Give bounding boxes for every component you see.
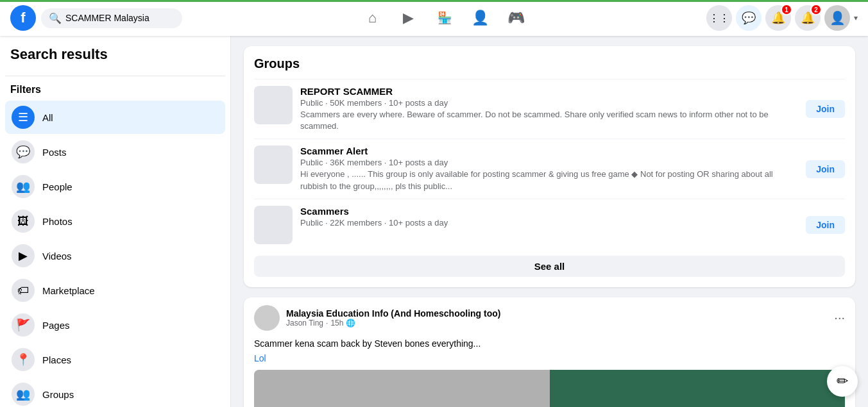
group-desc-2: Hi everyone , ...... This group is only … — [300, 169, 798, 192]
group-info-1: REPORT SCAMMER Public · 50K members · 10… — [300, 86, 798, 132]
post-image-left — [254, 370, 550, 407]
sidebar-item-people-label: People — [42, 181, 72, 192]
alerts-button[interactable]: 🔔 2 — [795, 5, 821, 31]
group-item-3: Scammers Public · 22K members · 10+ post… — [254, 199, 845, 251]
post-lol: Lol — [254, 353, 845, 363]
group-meta-2: Public · 36K members · 10+ posts a day — [300, 158, 798, 167]
filters-label: Filters — [5, 81, 225, 101]
sidebar-item-groups-label: Groups — [42, 389, 74, 400]
sidebar-item-all-label: All — [42, 112, 53, 123]
photos-icon: 🖼 — [12, 210, 35, 233]
group-item-2: Scammer Alert Public · 36K members · 10+… — [254, 138, 845, 198]
sidebar-item-places[interactable]: 📍 Places — [5, 343, 225, 376]
group-info-2: Scammer Alert Public · 36K members · 10+… — [300, 145, 798, 192]
layout: Search results Filters ☰ All 💬 Posts 👥 P… — [0, 36, 868, 407]
post-author: Jason Ting — [286, 319, 323, 328]
grid-menu-button[interactable]: ⋮⋮ — [706, 5, 732, 31]
search-icon: 🔍 — [49, 12, 62, 24]
group-desc-1: Scammers are every where. Beware of scam… — [300, 109, 798, 132]
sidebar-item-all[interactable]: ☰ All — [5, 101, 225, 134]
sidebar-item-people[interactable]: 👥 People — [5, 170, 225, 203]
post-meta-row: Jason Ting · 15h 🌐 — [286, 319, 500, 328]
sidebar-item-places-label: Places — [42, 354, 71, 365]
post-group-name[interactable]: Malaysia Education Info (And Homeschooli… — [286, 308, 500, 319]
sidebar-item-pages[interactable]: 🚩 Pages — [5, 308, 225, 342]
messenger-button[interactable]: 💬 — [736, 5, 762, 31]
sidebar-item-posts-label: Posts — [42, 147, 67, 158]
post-more-options[interactable]: ··· — [834, 310, 845, 325]
places-icon: 📍 — [12, 348, 35, 371]
group-info-3: Scammers Public · 22K members · 10+ post… — [300, 206, 798, 229]
search-input[interactable] — [65, 13, 168, 23]
group-name-1[interactable]: REPORT SCAMMER — [300, 86, 798, 97]
all-icon: ☰ — [12, 106, 35, 129]
group-thumb-3 — [254, 206, 293, 244]
people-icon: 👥 — [12, 175, 35, 198]
sidebar-item-groups[interactable]: 👥 Groups — [5, 378, 225, 407]
search-bar: 🔍 — [41, 8, 182, 28]
notifications-button[interactable]: 🔔 1 — [765, 5, 791, 31]
group-item-1: REPORT SCAMMER Public · 50K members · 10… — [254, 79, 845, 138]
user-avatar[interactable]: 👤 — [824, 5, 850, 31]
post-time: 15h — [330, 319, 343, 328]
notifications-badge: 1 — [781, 4, 792, 15]
post-text: Scammer kena scam back by Steven bones e… — [254, 337, 845, 351]
facebook-logo[interactable]: f — [10, 5, 36, 31]
post-header: Malaysia Education Info (And Homeschooli… — [254, 305, 845, 331]
marketplace-icon: 🏷 — [12, 279, 35, 302]
post-author-info: Malaysia Education Info (And Homeschooli… — [286, 308, 500, 328]
sidebar-item-videos[interactable]: ▶ Videos — [5, 239, 225, 272]
videos-icon: ▶ — [12, 244, 35, 267]
alerts-badge: 2 — [810, 4, 822, 15]
sidebar-item-pages-label: Pages — [42, 320, 70, 331]
people-nav-icon[interactable]: 👤 — [465, 3, 496, 33]
sidebar-item-posts[interactable]: 💬 Posts — [5, 135, 225, 169]
see-all-button[interactable]: See all — [254, 256, 845, 277]
sidebar-item-marketplace[interactable]: 🏷 Marketplace — [5, 274, 225, 307]
search-results-title: Search results — [5, 46, 225, 71]
group-thumb-2 — [254, 145, 293, 184]
home-nav-icon[interactable]: ⌂ — [357, 3, 388, 33]
chat-compose-button[interactable]: ✏ — [827, 366, 858, 397]
posts-icon: 💬 — [12, 140, 35, 163]
post-image: Today — [254, 370, 845, 407]
sidebar-item-marketplace-label: Marketplace — [42, 285, 95, 296]
sidebar-item-videos-label: Videos — [42, 251, 72, 262]
join-button-2[interactable]: Join — [806, 160, 845, 178]
groups-card: Groups REPORT SCAMMER Public · 50K membe… — [244, 46, 855, 287]
join-button-3[interactable]: Join — [806, 216, 845, 234]
topnav-center: ⌂ ▶ 🏪 👤 🎮 — [182, 3, 706, 33]
post-avatar — [254, 305, 280, 331]
group-thumb-1 — [254, 86, 293, 124]
sidebar-item-photos[interactable]: 🖼 Photos — [5, 204, 225, 238]
group-name-2[interactable]: Scammer Alert — [300, 145, 798, 156]
sidebar-item-photos-label: Photos — [42, 216, 72, 227]
topnav-left: f 🔍 — [10, 5, 182, 31]
sidebar: Search results Filters ☰ All 💬 Posts 👥 P… — [0, 36, 231, 407]
gaming-nav-icon[interactable]: 🎮 — [501, 3, 532, 33]
group-meta-1: Public · 50K members · 10+ posts a day — [300, 98, 798, 108]
post-globe-icon: 🌐 — [346, 319, 355, 328]
compose-icon: ✏ — [837, 373, 848, 390]
topnav-right: ⋮⋮ 💬 🔔 1 🔔 2 👤 ▾ — [706, 5, 858, 31]
post-card: Malaysia Education Info (And Homeschooli… — [244, 297, 855, 407]
pages-icon: 🚩 — [12, 313, 35, 336]
post-image-right: Today — [550, 370, 846, 407]
groups-card-title: Groups — [254, 56, 845, 71]
green-bar — [0, 0, 868, 2]
account-chevron[interactable]: ▾ — [854, 13, 858, 22]
post-dot: · — [326, 319, 328, 328]
main-content: Groups REPORT SCAMMER Public · 50K membe… — [231, 36, 868, 407]
join-button-1[interactable]: Join — [806, 100, 845, 118]
group-name-3[interactable]: Scammers — [300, 206, 798, 217]
topnav: f 🔍 ⌂ ▶ 🏪 👤 🎮 ⋮⋮ 💬 🔔 1 🔔 2 👤 ▾ — [0, 0, 868, 36]
video-nav-icon[interactable]: ▶ — [393, 3, 424, 33]
group-meta-3: Public · 22K members · 10+ posts a day — [300, 218, 798, 228]
sidebar-divider — [5, 76, 225, 76]
marketplace-nav-icon[interactable]: 🏪 — [429, 3, 460, 33]
groups-icon: 👥 — [12, 383, 35, 406]
